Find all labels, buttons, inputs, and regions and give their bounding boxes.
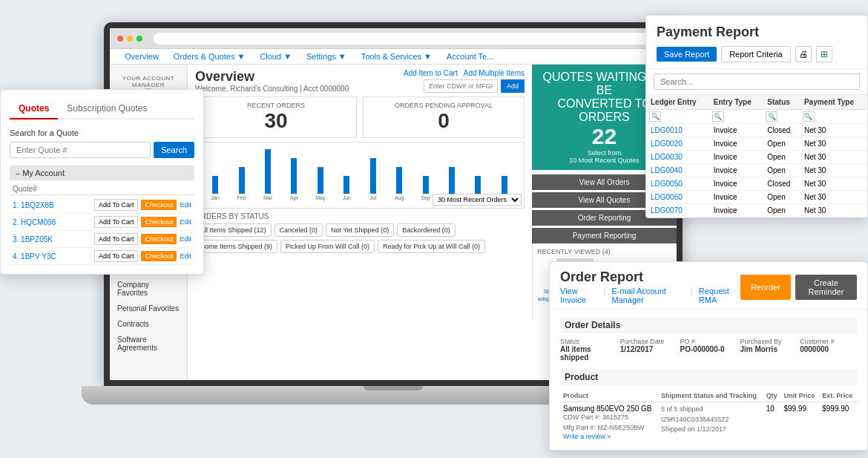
payment-type-cell: Net 30 <box>800 151 867 164</box>
filter-payment-icon[interactable]: 🔍 <box>803 111 815 122</box>
recent-orders-stat: RECENT ORDERS 30 <box>195 96 357 138</box>
save-report-button[interactable]: Save Report <box>657 47 717 62</box>
checkout-btn[interactable]: Checkout <box>141 200 177 210</box>
payment-report-row: LDG0050 Invoice Closed Net 30 <box>646 177 867 191</box>
ledger-entry-cell[interactable]: LDG0050 <box>646 177 709 191</box>
nav-cloud[interactable]: Cloud ▼ <box>260 52 292 61</box>
product-row: Samsung 850EVO 250 GB CDW Part #: 361527… <box>560 402 857 443</box>
quote-row: 2. HQCM098 Add To Cart Checkout Edit <box>10 214 194 231</box>
bar-feb <box>239 167 245 194</box>
request-rma-link[interactable]: Request RMA <box>699 287 740 304</box>
product-section-title: Product <box>560 369 857 385</box>
quote-number[interactable]: 1. 1BQ2X8B <box>13 201 91 209</box>
checkout-btn[interactable]: Checkout <box>141 217 177 227</box>
bar-nov <box>475 176 481 194</box>
add-to-cart-btn[interactable]: Add To Cart <box>94 233 138 245</box>
quote-number[interactable]: 4. 1BPV Y3C <box>13 252 91 261</box>
checkout-btn[interactable]: Checkout <box>141 251 177 261</box>
sidebar-item-company-favorites[interactable]: Company Favorites <box>110 277 187 301</box>
nav-overview[interactable]: Overview <box>125 52 159 61</box>
write-review-link[interactable]: Write a review » <box>563 433 655 440</box>
payment-report-table: Ledger Entry Entry Type Status Payment T… <box>646 95 867 217</box>
add-to-cart-btn[interactable]: Add To Cart <box>94 250 138 262</box>
edit-quote-link[interactable]: Edit <box>180 218 191 226</box>
entry-type-cell: Invoice <box>709 177 763 191</box>
payment-type-cell: Net 30 <box>800 137 867 151</box>
payment-type-cell: Net 30 <box>800 124 867 137</box>
quote-number[interactable]: 3. 1BPZ05K <box>13 235 91 243</box>
col-unit-price: Unit Price <box>781 390 820 402</box>
status-badge[interactable]: Backordered (0) <box>397 223 456 237</box>
status-badge[interactable]: Not Yet Shipped (0) <box>326 223 394 237</box>
order-details-grid: Status All items shipped Purchase Date 1… <box>560 338 857 362</box>
email-manager-link[interactable]: E-mail Account Manager <box>611 287 685 304</box>
add-multiple-link[interactable]: Add Multiple Items <box>464 69 525 77</box>
add-to-cart-btn[interactable]: Add To Cart <box>94 199 138 211</box>
payment-report-row: LDG0040 Invoice Open Net 30 <box>646 164 867 177</box>
nav-tools[interactable]: Tools & Services ▼ <box>361 52 432 61</box>
nav-account[interactable]: Account Te... <box>447 52 493 61</box>
bar-dec <box>502 176 507 194</box>
checkout-btn[interactable]: Checkout <box>141 234 177 244</box>
payment-type-cell: Net 30 <box>800 204 867 217</box>
nav-orders-quotes[interactable]: Orders & Quotes ▼ <box>174 52 245 61</box>
ledger-entry-cell[interactable]: LDG0060 <box>646 191 709 204</box>
ledger-entry-cell[interactable]: LDG0070 <box>646 204 709 217</box>
ledger-entry-cell[interactable]: LDG0040 <box>646 164 709 177</box>
order-details-title: Order Details <box>560 317 857 333</box>
create-reminder-button[interactable]: Create Reminder <box>795 275 857 300</box>
action-btn-payment-reporting[interactable]: Payment Reporting <box>532 228 677 243</box>
print-icon[interactable]: 🖨 <box>795 46 812 62</box>
quote-row: 3. 1BPZ05K Add To Cart Checkout Edit <box>10 231 194 248</box>
chart-bar-mar: Mar <box>256 149 280 200</box>
view-invoice-link[interactable]: View Invoice <box>560 287 598 304</box>
status-badge[interactable]: All Items Shipped (12) <box>195 223 272 237</box>
col-shipment: Shipment Status and Tracking <box>658 390 763 402</box>
add-item-button[interactable]: Add <box>501 79 525 93</box>
payment-report-row: LDG0020 Invoice Open Net 30 <box>646 137 867 151</box>
status-badge[interactable]: Ready for Pick Up at Will Call (0) <box>378 240 485 253</box>
status-cell: Open <box>763 137 800 151</box>
ledger-entry-cell[interactable]: LDG0030 <box>646 151 709 164</box>
status-badge[interactable]: Picked Up From Will Call (0) <box>280 240 375 253</box>
payment-report-row: LDG0030 Invoice Open Net 30 <box>646 151 867 164</box>
quote-search-input[interactable] <box>10 142 151 158</box>
quote-number[interactable]: 2. HQCM098 <box>13 218 91 226</box>
sidebar-item-personal-favorites[interactable]: Personal Favorites <box>110 301 187 316</box>
payment-report-search[interactable] <box>654 73 860 90</box>
status-badge[interactable]: Canceled (0) <box>274 223 323 237</box>
add-item-input[interactable] <box>424 79 498 93</box>
payment-type-cell: Net 30 <box>800 164 867 177</box>
tracking-number[interactable]: IZ9R140C03384455Z2 <box>661 415 760 425</box>
filter-status-icon[interactable]: 🔍 <box>766 111 777 122</box>
report-criteria-button[interactable]: Report Criteria <box>721 46 791 62</box>
filter-ledger-icon[interactable]: 🔍 <box>649 111 661 122</box>
quote-search-button[interactable]: Search <box>154 142 194 158</box>
filter-entry-icon[interactable]: 🔍 <box>712 111 724 122</box>
excel-icon[interactable]: ⊞ <box>816 46 832 62</box>
sidebar-item-contracts[interactable]: Contracts <box>110 316 187 332</box>
edit-quote-link[interactable]: Edit <box>180 252 191 260</box>
nav-settings[interactable]: Settings ▼ <box>306 52 346 61</box>
tab-quotes[interactable]: Quotes <box>10 99 58 120</box>
orders-chart: Jan Feb Mar Apr May Jun Jul Aug Sep Oct … <box>195 142 525 209</box>
tab-subscription-quotes[interactable]: Subscription Quotes <box>58 99 156 118</box>
edit-quote-link[interactable]: Edit <box>180 201 191 209</box>
ledger-entry-cell[interactable]: LDG0010 <box>646 124 709 137</box>
add-to-cart-btn[interactable]: Add To Cart <box>94 216 138 228</box>
product-name-link[interactable]: Samsung 850EVO 250 GB <box>563 405 655 413</box>
browser-url-bar[interactable] <box>154 33 669 45</box>
product-table: Product Shipment Status and Tracking Qty… <box>560 390 857 442</box>
edit-quote-link[interactable]: Edit <box>180 235 191 243</box>
chart-dropdown[interactable]: 30 Most Recent Orders <box>433 194 522 206</box>
entry-type-cell: Invoice <box>709 191 763 204</box>
ledger-entry-cell[interactable]: LDG0020 <box>646 137 709 151</box>
reorder-button[interactable]: Reorder <box>740 275 791 300</box>
order-report-panel: Order Report View Invoice | E-mail Accou… <box>549 261 868 451</box>
status-badge[interactable]: Some Items Shipped (9) <box>195 240 277 253</box>
center-content: Overview Welcome, Richard's Consulting |… <box>188 65 532 386</box>
entry-type-cell: Invoice <box>709 164 763 177</box>
bar-sep <box>423 176 429 194</box>
sidebar-item-software-agreements[interactable]: Software Agreements <box>110 332 187 356</box>
col-product: Product <box>560 390 658 402</box>
